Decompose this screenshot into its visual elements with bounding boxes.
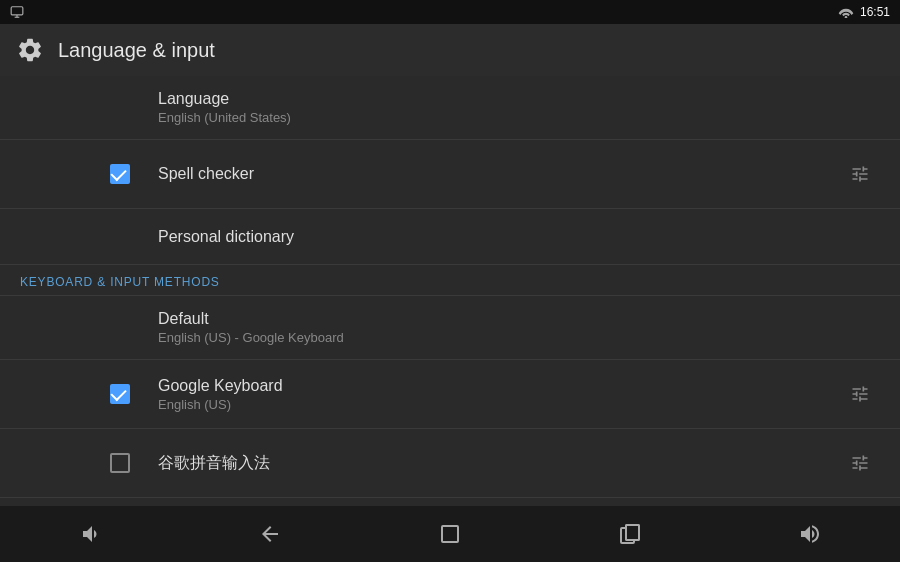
checkbox-area-pinyin xyxy=(110,453,158,473)
gear-icon xyxy=(16,36,44,64)
wifi-icon xyxy=(838,6,854,18)
checkbox-spell-checker[interactable] xyxy=(110,164,130,184)
title-bar: Language & input xyxy=(0,24,900,76)
row-content-personal-dictionary: Personal dictionary xyxy=(158,228,880,246)
row-content-spell-checker: Spell checker xyxy=(158,165,840,183)
svg-rect-6 xyxy=(626,525,639,540)
screen-icon xyxy=(10,5,24,19)
status-bar-left xyxy=(10,5,24,19)
setting-row-default[interactable]: DefaultEnglish (US) - Google Keyboard xyxy=(0,296,900,360)
setting-row-pinyin[interactable]: 谷歌拼音输入法 xyxy=(0,429,900,498)
settings-button-google-keyboard[interactable] xyxy=(840,374,880,414)
page-title: Language & input xyxy=(58,39,215,62)
status-bar: 16:51 xyxy=(0,0,900,24)
settings-button-pinyin[interactable] xyxy=(840,443,880,483)
home-button[interactable] xyxy=(420,514,480,554)
bottom-nav xyxy=(0,506,900,562)
setting-row-spell-checker[interactable]: Spell checker xyxy=(0,140,900,209)
volume-up-button[interactable] xyxy=(780,514,840,554)
settings-content: LanguageEnglish (United States)Spell che… xyxy=(0,76,900,506)
row-content-google-keyboard: Google KeyboardEnglish (US) xyxy=(158,377,840,412)
recents-button[interactable] xyxy=(600,514,660,554)
setting-row-personal-dictionary[interactable]: Personal dictionary xyxy=(0,209,900,265)
row-title-google-keyboard: Google Keyboard xyxy=(158,377,840,395)
svg-rect-0 xyxy=(11,7,23,15)
svg-point-3 xyxy=(845,16,848,18)
row-content-default: DefaultEnglish (US) - Google Keyboard xyxy=(158,310,880,345)
section-header-keyboard: KEYBOARD & INPUT METHODS xyxy=(0,265,900,296)
volume-down-button[interactable] xyxy=(60,514,120,554)
row-title-pinyin: 谷歌拼音输入法 xyxy=(158,453,840,474)
svg-rect-4 xyxy=(442,526,458,542)
row-subtitle-default: English (US) - Google Keyboard xyxy=(158,330,880,345)
checkbox-area-spell-checker xyxy=(110,164,158,184)
status-bar-right: 16:51 xyxy=(838,5,890,19)
section-header-speech: SPEECH xyxy=(0,498,900,506)
checkbox-area-google-keyboard xyxy=(110,384,158,404)
row-title-language: Language xyxy=(158,90,880,108)
status-time: 16:51 xyxy=(860,5,890,19)
setting-row-google-keyboard[interactable]: Google KeyboardEnglish (US) xyxy=(0,360,900,429)
row-content-pinyin: 谷歌拼音输入法 xyxy=(158,453,840,474)
back-button[interactable] xyxy=(240,514,300,554)
row-subtitle-google-keyboard: English (US) xyxy=(158,397,840,412)
checkbox-pinyin[interactable] xyxy=(110,453,130,473)
row-title-default: Default xyxy=(158,310,880,328)
row-title-personal-dictionary: Personal dictionary xyxy=(158,228,880,246)
row-content-language: LanguageEnglish (United States) xyxy=(158,90,880,125)
checkbox-google-keyboard[interactable] xyxy=(110,384,130,404)
row-title-spell-checker: Spell checker xyxy=(158,165,840,183)
row-subtitle-language: English (United States) xyxy=(158,110,880,125)
setting-row-language[interactable]: LanguageEnglish (United States) xyxy=(0,76,900,140)
settings-button-spell-checker[interactable] xyxy=(840,154,880,194)
